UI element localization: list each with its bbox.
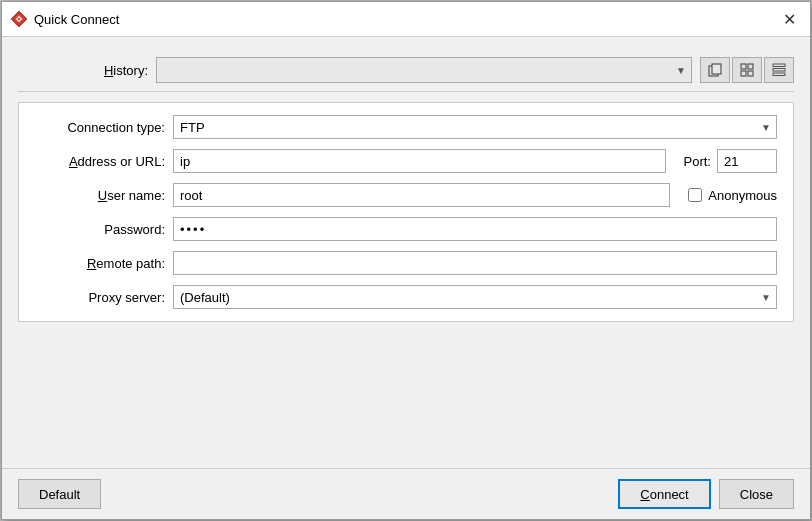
history-select[interactable] [156,57,692,83]
svg-rect-6 [741,64,746,69]
port-label: Port: [684,154,711,169]
dialog-footer: Default Connect Close [2,468,810,519]
username-row: User name: Anonymous [35,183,777,207]
proxy-server-wrapper: (Default) None ▼ [173,285,777,309]
connection-type-wrapper: FTP FTPS SFTP ▼ [173,115,777,139]
connection-type-row: Connection type: FTP FTPS SFTP ▼ [35,115,777,139]
username-input[interactable] [173,183,670,207]
connect-button[interactable]: Connect [618,479,710,509]
dialog-title: Quick Connect [34,12,776,27]
copy-icon [708,63,722,77]
proxy-server-row: Proxy server: (Default) None ▼ [35,285,777,309]
port-group: Port: [684,149,777,173]
anonymous-label: Anonymous [708,188,777,203]
history-clear-button[interactable] [764,57,794,83]
password-row: Password: [35,217,777,241]
close-dialog-button[interactable]: Close [719,479,794,509]
close-button[interactable]: ✕ [776,6,802,32]
grid-icon [740,63,754,77]
grid-lines-icon [772,63,786,77]
remote-path-label: Remote path: [35,256,165,271]
history-row: History: ▼ [18,49,794,92]
svg-rect-12 [773,73,785,76]
quick-connect-dialog: Quick Connect ✕ History: ▼ [1,1,811,520]
connection-type-select[interactable]: FTP FTPS SFTP [173,115,777,139]
default-button[interactable]: Default [18,479,101,509]
svg-rect-5 [712,64,721,74]
password-input[interactable] [173,217,777,241]
svg-rect-10 [773,64,785,67]
svg-rect-9 [748,71,753,76]
history-copy-button[interactable] [700,57,730,83]
port-input[interactable] [717,149,777,173]
anonymous-checkbox[interactable] [688,188,702,202]
connection-type-label: Connection type: [35,120,165,135]
history-label: History: [18,63,148,78]
dialog-body: History: ▼ [2,37,810,468]
password-label: Password: [35,222,165,237]
address-row: Address or URL: Port: [35,149,777,173]
svg-rect-11 [773,69,785,72]
history-buttons [700,57,794,83]
proxy-server-select[interactable]: (Default) None [173,285,777,309]
footer-left: Default [18,479,610,509]
footer-right: Connect Close [618,479,794,509]
title-bar: Quick Connect ✕ [2,2,810,37]
address-input[interactable] [173,149,666,173]
username-label: User name: [35,188,165,203]
history-grid-button[interactable] [732,57,762,83]
app-icon [10,10,28,28]
remote-path-row: Remote path: [35,251,777,275]
anonymous-group: Anonymous [688,188,777,203]
svg-rect-8 [741,71,746,76]
form-section: Connection type: FTP FTPS SFTP ▼ Address… [18,102,794,322]
svg-rect-7 [748,64,753,69]
address-label: Address or URL: [35,154,165,169]
proxy-server-label: Proxy server: [35,290,165,305]
history-select-wrapper: ▼ [156,57,692,83]
remote-path-input[interactable] [173,251,777,275]
